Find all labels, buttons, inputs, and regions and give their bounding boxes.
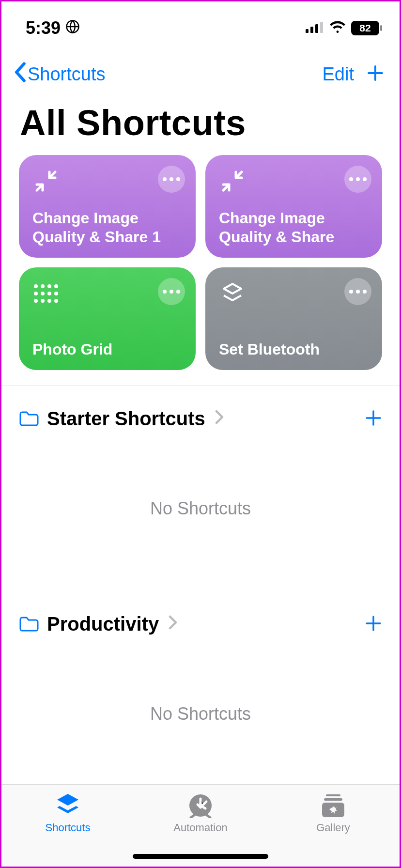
wifi-icon bbox=[329, 20, 346, 36]
card-more-button[interactable] bbox=[344, 278, 371, 305]
shortcut-card[interactable]: Photo Grid bbox=[19, 267, 196, 370]
battery-icon: 82 bbox=[351, 21, 379, 35]
add-shortcut-button[interactable] bbox=[366, 62, 385, 87]
status-time-text: 5:39 bbox=[26, 18, 61, 38]
svg-point-14 bbox=[41, 299, 45, 303]
section-empty-text: No Shortcuts bbox=[19, 636, 382, 797]
tab-shortcuts[interactable]: Shortcuts bbox=[1, 785, 134, 867]
chevron-right-icon bbox=[215, 408, 224, 429]
gallery-tab-icon bbox=[320, 792, 346, 819]
tab-label: Shortcuts bbox=[46, 822, 91, 834]
section-empty-text: No Shortcuts bbox=[19, 431, 382, 591]
svg-rect-2 bbox=[310, 27, 313, 33]
svg-rect-19 bbox=[326, 794, 340, 796]
collapse-arrows-icon bbox=[219, 168, 246, 195]
section-title: Productivity bbox=[47, 613, 159, 635]
page-title: All Shortcuts bbox=[1, 93, 400, 155]
back-button[interactable]: Shortcuts bbox=[13, 62, 106, 86]
card-more-button[interactable] bbox=[344, 166, 371, 193]
svg-rect-20 bbox=[324, 798, 342, 801]
tab-label: Gallery bbox=[316, 822, 350, 834]
section-add-button[interactable] bbox=[365, 406, 382, 431]
section-header[interactable]: Starter Shortcuts bbox=[19, 408, 224, 430]
edit-button[interactable]: Edit bbox=[323, 64, 354, 85]
chevron-right-icon bbox=[169, 614, 177, 634]
section-starter: Starter Shortcuts No Shortcuts bbox=[1, 386, 400, 591]
section-productivity: Productivity No Shortcuts bbox=[1, 591, 400, 797]
svg-point-12 bbox=[54, 292, 58, 295]
shortcuts-tab-icon bbox=[54, 792, 81, 819]
svg-point-9 bbox=[34, 292, 38, 295]
status-time: 5:39 bbox=[26, 18, 80, 38]
tab-gallery[interactable]: Gallery bbox=[267, 785, 400, 867]
section-header[interactable]: Productivity bbox=[19, 613, 177, 635]
shortcut-card[interactable]: Change Image Quality & Share 1 bbox=[19, 155, 196, 258]
shortcut-card[interactable]: Change Image Quality & Share bbox=[205, 155, 382, 258]
back-label: Shortcuts bbox=[28, 64, 106, 85]
svg-point-11 bbox=[47, 292, 51, 295]
section-title: Starter Shortcuts bbox=[47, 408, 205, 430]
cellular-signal-icon bbox=[306, 20, 324, 36]
status-right: 82 bbox=[306, 20, 379, 36]
home-indicator[interactable] bbox=[133, 854, 268, 859]
battery-percent: 82 bbox=[359, 22, 370, 34]
status-bar: 5:39 82 bbox=[1, 1, 400, 55]
svg-point-16 bbox=[54, 299, 58, 303]
card-more-button[interactable] bbox=[158, 166, 185, 193]
card-label: Photo Grid bbox=[32, 340, 182, 358]
collapse-arrows-icon bbox=[32, 168, 60, 195]
shortcut-card[interactable]: Set Bluetooth bbox=[205, 267, 382, 370]
card-label: Set Bluetooth bbox=[219, 340, 369, 358]
nav-bar: Shortcuts Edit bbox=[1, 55, 400, 93]
svg-point-5 bbox=[34, 284, 38, 288]
automation-tab-icon bbox=[188, 792, 213, 819]
folder-icon bbox=[19, 615, 39, 633]
card-more-button[interactable] bbox=[158, 278, 185, 305]
tab-label: Automation bbox=[173, 822, 227, 834]
svg-point-8 bbox=[54, 284, 58, 288]
chevron-left-icon bbox=[13, 62, 27, 86]
layers-icon bbox=[219, 280, 246, 307]
svg-point-10 bbox=[41, 292, 45, 295]
svg-point-6 bbox=[41, 284, 45, 288]
svg-point-15 bbox=[47, 299, 51, 303]
shortcuts-grid: Change Image Quality & Share 1 Change Im… bbox=[1, 155, 400, 379]
svg-rect-4 bbox=[320, 22, 323, 33]
svg-point-13 bbox=[34, 299, 38, 303]
svg-rect-1 bbox=[306, 29, 308, 33]
card-label: Change Image Quality & Share bbox=[219, 209, 369, 246]
tab-bar: Shortcuts Automation Gallery bbox=[1, 784, 400, 867]
grid-dots-icon bbox=[32, 280, 60, 307]
svg-rect-3 bbox=[315, 24, 318, 33]
card-label: Change Image Quality & Share 1 bbox=[32, 209, 182, 246]
section-add-button[interactable] bbox=[365, 612, 382, 636]
folder-icon bbox=[19, 410, 39, 427]
location-globe-icon bbox=[65, 18, 80, 38]
svg-point-7 bbox=[47, 284, 51, 288]
